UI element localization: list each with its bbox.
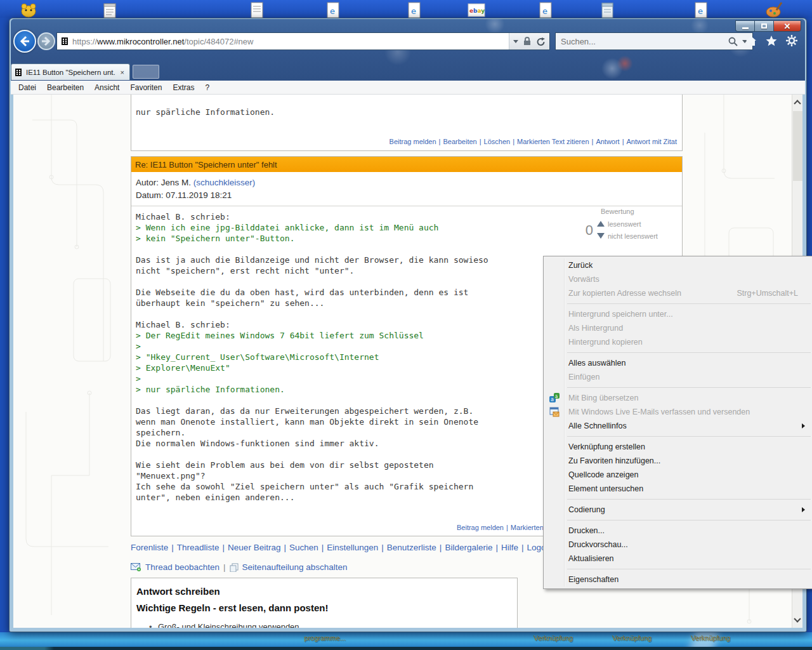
prev-post-action-1[interactable]: Beitrag melden: [390, 138, 436, 145]
ie-document-icon[interactable]: e: [324, 1, 343, 18]
context-menu-item-drucken[interactable]: Drucken...: [544, 524, 812, 538]
search-box[interactable]: [555, 32, 753, 50]
address-bar[interactable]: https://www.mikrocontroller.net/topic/48…: [56, 32, 550, 50]
context-menu-item-aktualisieren[interactable]: Aktualisieren: [544, 552, 812, 566]
menubar-item-?[interactable]: ?: [205, 83, 209, 92]
forum-nav-link-2[interactable]: Threadliste: [177, 543, 219, 552]
back-button[interactable]: [13, 30, 36, 53]
notes-icon[interactable]: [100, 1, 119, 18]
post-text-line: Wie sieht dein Problem aus bei dem von d…: [136, 460, 488, 470]
search-icon[interactable]: [728, 37, 738, 46]
context-menu-item-eigenschaften[interactable]: Eigenschaften: [544, 573, 812, 587]
author-username-link[interactable]: (schuchkleisser): [193, 178, 256, 187]
context-menu-item-label: Aktualisieren: [568, 554, 614, 563]
ie-document-icon[interactable]: e: [691, 1, 710, 18]
close-button[interactable]: ✕: [773, 20, 801, 32]
prev-post-action-6[interactable]: Antwort mit Zitat: [627, 138, 677, 145]
context-menu-item-label: Verknüpfung erstellen: [568, 442, 645, 451]
disable-pagination-link[interactable]: Seitenaufteilung abschalten: [242, 562, 348, 572]
desktop-icon-label[interactable]: Verknüpfung: [594, 634, 670, 642]
context-menu-item-zurück[interactable]: Zurück: [544, 258, 812, 272]
tab-ie11-button[interactable]: IE11 Button "Speichern unt..." ×: [11, 63, 130, 80]
context-menu-item-druckvorschau[interactable]: Druckvorschau...: [544, 538, 812, 552]
paint-icon[interactable]: [764, 1, 783, 18]
post-body: Michael B. schrieb:> Wenn ich eine jpg-B…: [136, 211, 488, 503]
address-dropdown-icon[interactable]: [513, 40, 518, 43]
scroll-up-icon[interactable]: [794, 100, 801, 107]
context-menu-item-mit-windows-live-e-mails-verfassen-und-versenden: Mit Windows Live E-Mails verfassen und v…: [544, 405, 812, 419]
context-menu-item-label: Vorwärts: [568, 275, 599, 284]
notepad-icon[interactable]: [598, 1, 617, 18]
reply-title: Antwort schreiben: [136, 586, 517, 597]
svg-text:ebay: ebay: [469, 8, 485, 14]
minimize-button[interactable]: [735, 20, 754, 32]
post-quote-line: > Wenn ich eine jpg-Bilddatei anklicke, …: [136, 222, 488, 233]
menubar-item-bearbeiten[interactable]: Bearbeiten: [47, 83, 84, 92]
ie-document-icon[interactable]: e: [536, 1, 555, 18]
settings-gear-icon[interactable]: [786, 35, 797, 46]
vote-down-icon[interactable]: [597, 233, 605, 239]
reply-rules-list: Groß- und Kleinschreibung verwendenLänge…: [136, 620, 517, 628]
prev-post-action-3[interactable]: Löschen: [484, 138, 511, 145]
context-menu-item-quellcode-anzeigen[interactable]: Quellcode anzeigen: [544, 468, 812, 482]
context-menu-item-label: Hintergrund speichern unter...: [568, 310, 673, 319]
context-menu-item-codierung[interactable]: Codierung: [544, 503, 812, 517]
address-bar-buttons: [509, 33, 549, 50]
menubar-item-ansicht[interactable]: Ansicht: [95, 83, 119, 92]
prev-post-action-4[interactable]: Markierten Text zitieren: [517, 138, 589, 145]
menubar-item-extras[interactable]: Extras: [173, 83, 194, 92]
context-menu-item-alles-auswählen[interactable]: Alles auswählen: [544, 356, 812, 370]
link-separator: |: [510, 138, 517, 145]
context-menu-item-als-hintergrund: Als Hintergrund: [544, 321, 812, 335]
vote-up[interactable]: lesenswert: [597, 218, 658, 230]
context-menu-item-label: Alles auswählen: [568, 359, 625, 368]
link-separator: |: [436, 543, 445, 552]
forward-button[interactable]: [37, 32, 55, 50]
ebay-icon[interactable]: ebay: [467, 1, 486, 18]
forum-nav-link-5[interactable]: Einstellungen: [327, 543, 378, 552]
watch-thread-link[interactable]: Thread beobachten: [145, 562, 219, 572]
scrollbar-thumb[interactable]: [793, 111, 802, 181]
forum-nav-link-3[interactable]: Neuer Beitrag: [228, 543, 280, 552]
post-quote-line: > Explorer\MenuExt": [136, 362, 488, 373]
new-tab-button[interactable]: [133, 65, 159, 79]
tab-title: IE11 Button "Speichern unt...": [26, 69, 115, 76]
maximize-button[interactable]: [754, 20, 773, 32]
desktop-icon-label[interactable]: programme...: [287, 634, 363, 642]
vote-down[interactable]: nicht lesenswert: [597, 230, 658, 242]
context-menu-item-element-untersuchen[interactable]: Element untersuchen: [544, 482, 812, 496]
ie-document-icon[interactable]: e: [405, 1, 424, 18]
creature-icon[interactable]: [19, 1, 38, 18]
scroll-down-icon[interactable]: [794, 615, 801, 622]
vote-up-icon[interactable]: [597, 221, 605, 227]
forum-nav-link-6[interactable]: Benutzerliste: [387, 543, 436, 552]
forum-nav-link-7[interactable]: Bildergalerie: [445, 543, 492, 552]
document-icon[interactable]: [247, 1, 266, 18]
forum-nav-link-4[interactable]: Suchen: [289, 543, 318, 552]
rating-label: Bewertung: [601, 208, 676, 215]
forum-nav-link-8[interactable]: Hilfe: [501, 543, 518, 552]
forum-nav-link-1[interactable]: Forenliste: [131, 543, 168, 552]
previous-post: nur spärliche Informationen. Beitrag mel…: [131, 95, 683, 151]
context-menu-item-zu-favoriten-hinzufügen[interactable]: Zu Favoriten hinzufügen...: [544, 454, 812, 468]
svg-text:e: e: [698, 6, 703, 16]
menubar-item-favoriten[interactable]: Favoriten: [130, 83, 162, 92]
reply-rule: Groß- und Kleinschreibung verwenden: [136, 620, 517, 628]
favorites-star-icon[interactable]: [766, 36, 777, 46]
link-separator: |: [219, 543, 228, 552]
menubar-item-datei[interactable]: Datei: [18, 83, 36, 92]
link-separator: |: [168, 543, 177, 552]
search-input[interactable]: [561, 37, 728, 46]
desktop-icon-label[interactable]: Verknüpfung: [672, 634, 749, 642]
prev-post-action-5[interactable]: Antwort: [596, 138, 619, 145]
refresh-icon[interactable]: [536, 37, 546, 46]
prev-post-action-2[interactable]: Bearbeiten: [443, 138, 476, 145]
context-menu-item-verknüpfung-erstellen[interactable]: Verknüpfung erstellen: [544, 440, 812, 454]
context-menu-item-label: Zur kopierten Adresse wechseln: [568, 289, 681, 298]
context-menu-item-alle-schnellinfos[interactable]: Alle Schnellinfos: [544, 419, 812, 433]
taskbar[interactable]: [0, 647, 812, 650]
desktop-icon-label[interactable]: Verknüpfung: [515, 634, 591, 642]
home-icon[interactable]: [745, 36, 757, 46]
tab-close-icon[interactable]: ×: [119, 69, 126, 76]
post-action-1[interactable]: Beitrag melden: [457, 524, 504, 531]
